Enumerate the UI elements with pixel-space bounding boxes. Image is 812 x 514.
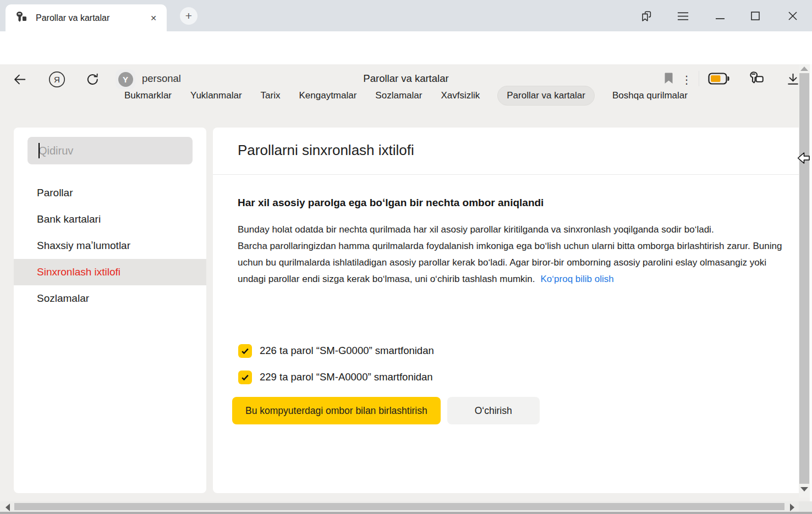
toolbar-divider	[699, 71, 699, 86]
profile-name: personal	[142, 73, 181, 85]
sidebar: Parollar Bank kartalari Shaxsiy maʼlumot…	[14, 128, 206, 493]
nav-kengaytmalar[interactable]: Kengaytmalar	[298, 86, 358, 105]
delete-button[interactable]: Oʻchirish	[447, 397, 540, 424]
tab-title: Parollar va kartalar	[36, 13, 148, 23]
sidebar-list: Parollar Bank kartalari Shaxsiy maʼlumot…	[14, 180, 206, 312]
window-edge	[810, 64, 812, 512]
scroll-left-arrow[interactable]	[6, 504, 10, 511]
bookmark-icon[interactable]	[664, 73, 673, 84]
sidebar-item-shaxsiy-malumotlar[interactable]: Shaxsiy maʼlumotlar	[14, 233, 206, 259]
profile-avatar: Y	[118, 72, 133, 87]
battery-icon[interactable]	[708, 73, 730, 85]
vault-row: 229 ta parol “SM-A0000” smartfonidan	[238, 369, 433, 385]
sidebar-item-bank-kartalari[interactable]: Bank kartalari	[14, 206, 206, 233]
nav-sozlamalar[interactable]: Sozlamalar	[374, 86, 423, 105]
vault-row: 226 ta parol “SM-G0000” smartfonidan	[238, 343, 434, 358]
tab-bar: Parollar va kartalar ✕ +	[0, 0, 812, 31]
paragraph-1: Bunday holat odatda bir nechta qurilmada…	[238, 224, 714, 235]
scroll-up-arrow[interactable]	[800, 67, 808, 71]
download-icon[interactable]	[786, 72, 800, 87]
conflict-heading: Har xil asosiy parolga ega boʻlgan bir n…	[238, 197, 544, 209]
page-title: Parollarni sinxronlash ixtilofi	[238, 142, 414, 159]
svg-text:Я: Я	[54, 75, 60, 84]
menu-icon[interactable]	[676, 9, 689, 23]
browser-window: Parollar va kartalar ✕ +	[0, 0, 812, 514]
search-box	[28, 137, 193, 164]
main-panel: Parollarni sinxronlash ixtilofi Har xil …	[213, 128, 799, 493]
reload-icon[interactable]	[85, 72, 100, 87]
vertical-scrollbar-thumb[interactable]	[799, 73, 809, 484]
text-caret	[39, 143, 40, 158]
action-buttons: Bu kompyuterdagi ombor bilan birlashtiri…	[232, 397, 540, 424]
vault-label: 226 ta parol “SM-G0000” smartfonidan	[260, 345, 434, 357]
scroll-down-arrow[interactable]	[800, 487, 808, 491]
sidebar-item-parollar[interactable]: Parollar	[14, 180, 206, 206]
sidebar-item-sinxronlash-ixtilofi[interactable]: Sinxronlash ixtilofi	[14, 259, 206, 285]
toolbar: Я Y personal Parollar va kartalar ⋮	[0, 31, 812, 64]
checkbox-checked-icon[interactable]	[238, 344, 252, 358]
checkbox-checked-icon[interactable]	[238, 371, 252, 384]
minimize-icon[interactable]	[714, 9, 727, 23]
divider	[213, 174, 799, 175]
nav-tarix[interactable]: Tarix	[260, 86, 282, 105]
new-tab-button[interactable]: +	[180, 7, 197, 25]
maximize-icon[interactable]	[749, 9, 762, 23]
scrollbar-corner	[799, 501, 812, 512]
passwords-favicon-icon	[15, 11, 28, 25]
nav-boshqa-qurilmalar[interactable]: Boshqa qurilmalar	[611, 86, 689, 105]
browser-tab[interactable]: Parollar va kartalar ✕	[6, 4, 167, 31]
conflict-description: Bunday holat odatda bir nechta qurilmada…	[238, 222, 795, 288]
nav-xavfsizlik[interactable]: Xavfsizlik	[440, 86, 481, 105]
window-bottom-border	[0, 512, 812, 514]
tab-close-icon[interactable]: ✕	[148, 13, 159, 24]
learn-more-link[interactable]: Koʻproq bilib olish	[541, 274, 614, 284]
merge-button[interactable]: Bu kompyuterdagi ombor bilan birlashtiri…	[232, 397, 441, 424]
plus-icon: +	[185, 9, 192, 23]
nav-parollar-va-kartalar[interactable]: Parollar va kartalar	[497, 86, 595, 106]
nav-bukmarklar[interactable]: Bukmarklar	[123, 86, 173, 105]
horizontal-scrollbar-thumb[interactable]	[14, 503, 784, 510]
scroll-right-arrow[interactable]	[790, 504, 794, 511]
back-icon[interactable]	[13, 72, 28, 87]
settings-nav: Bukmarklar Yuklanmalar Tarix Kengaytmala…	[0, 85, 812, 106]
nav-yuklanmalar[interactable]: Yuklanmalar	[189, 86, 243, 105]
window-close-icon[interactable]	[786, 9, 799, 23]
paragraph-2: Barcha parollaringizdan hamma qurilmalar…	[238, 241, 782, 284]
side-panel-icon[interactable]	[640, 9, 653, 23]
sidebar-item-sozlamalar[interactable]: Sozlamalar	[14, 285, 206, 312]
search-input[interactable]	[28, 137, 193, 164]
vault-label: 229 ta parol “SM-A0000” smartfonidan	[260, 371, 433, 383]
